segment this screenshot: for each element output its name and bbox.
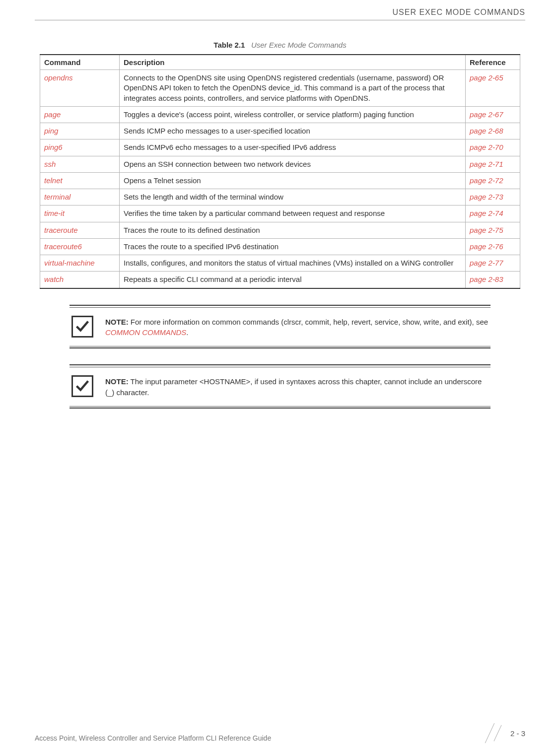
note-rule-top-thick [70, 305, 490, 306]
note-text-before: The input parameter <HOSTNAME>, if used … [105, 377, 482, 397]
cell-description: Toggles a device's (access point, wirele… [120, 106, 466, 123]
command-name[interactable]: ssh [44, 160, 56, 168]
note-content: NOTE: For more information on common com… [70, 308, 490, 346]
note-rule-bottom-thin [70, 346, 490, 346]
table-row: watchRepeats a specific CLI command at a… [40, 272, 520, 288]
cell-reference: page 2-73 [466, 189, 520, 205]
command-name[interactable]: watch [44, 275, 64, 283]
cell-command: terminal [40, 189, 120, 205]
command-name[interactable]: opendns [44, 73, 73, 82]
footer-diagonal-decor [477, 724, 506, 742]
note-text: NOTE: The input parameter <HOSTNAME>, if… [105, 375, 490, 398]
note-rule-top-thick [70, 364, 490, 365]
cell-reference: page 2-67 [466, 106, 520, 123]
command-name[interactable]: ping6 [44, 143, 63, 151]
note-rule-bottom-thin [70, 406, 490, 407]
reference-link[interactable]: page 2-72 [470, 176, 503, 185]
note-block: NOTE: The input parameter <HOSTNAME>, if… [70, 364, 490, 409]
reference-link[interactable]: page 2-65 [470, 73, 503, 82]
reference-link[interactable]: page 2-68 [470, 127, 503, 135]
footer-left-text: Access Point, Wireless Controller and Se… [35, 734, 271, 742]
cell-description: Sends ICMPv6 echo messages to a user-spe… [120, 139, 466, 156]
cell-description: Opens an SSH connection between two netw… [120, 156, 466, 172]
cell-description: Sets the length and width of the termina… [120, 189, 466, 205]
cell-reference: page 2-72 [466, 172, 520, 189]
content-block: Table 2.1 User Exec Mode Commands Comman… [40, 41, 520, 410]
cell-description: Traces the route to its defined destinat… [120, 222, 466, 238]
note-label: NOTE: [105, 318, 129, 326]
page-header: USER EXEC MODE COMMANDS [393, 8, 525, 17]
cell-reference: page 2-70 [466, 139, 520, 156]
cell-command: watch [40, 272, 120, 288]
header-title: USER EXEC MODE COMMANDS [393, 8, 525, 16]
page-number: 2 - 3 [510, 729, 525, 738]
table-row: ping6Sends ICMPv6 echo messages to a use… [40, 139, 520, 156]
table-header-row: Command Description Reference [40, 55, 520, 70]
reference-link[interactable]: page 2-73 [470, 193, 503, 201]
table-caption: Table 2.1 User Exec Mode Commands [40, 41, 520, 49]
cell-command: traceroute [40, 222, 120, 238]
table-row: time-itVerifies the time taken by a part… [40, 205, 520, 222]
caption-title: User Exec Mode Commands [251, 41, 347, 49]
command-name[interactable]: telnet [44, 176, 63, 185]
table-row: traceroute6Traces the route to a specifi… [40, 238, 520, 255]
reference-link[interactable]: page 2-77 [470, 259, 503, 267]
table-row: virtual-machineInstalls, configures, and… [40, 255, 520, 272]
cell-command: ping [40, 123, 120, 139]
command-name[interactable]: page [44, 110, 61, 119]
reference-link[interactable]: page 2-76 [470, 242, 503, 251]
page-footer: Access Point, Wireless Controller and Se… [35, 724, 525, 742]
checkmark-icon [71, 375, 93, 397]
cell-reference: page 2-77 [466, 255, 520, 272]
command-name[interactable]: ping [44, 127, 58, 135]
reference-link[interactable]: page 2-70 [470, 143, 503, 151]
th-reference: Reference [466, 55, 520, 70]
note-link[interactable]: COMMON COMMANDS [105, 328, 186, 337]
cell-reference: page 2-68 [466, 123, 520, 139]
reference-link[interactable]: page 2-74 [470, 209, 503, 217]
caption-number: Table 2.1 [213, 41, 245, 49]
checkmark-icon [71, 316, 93, 338]
reference-link[interactable]: page 2-83 [470, 275, 503, 283]
cell-command: traceroute6 [40, 238, 120, 255]
cell-description: Repeats a specific CLI command at a peri… [120, 272, 466, 288]
note-rule-bottom-thick [70, 408, 490, 409]
command-name[interactable]: virtual-machine [44, 259, 95, 267]
table-row: pingSends ICMP echo messages to a user-s… [40, 123, 520, 139]
cell-description: Opens a Telnet session [120, 172, 466, 189]
cell-command: ssh [40, 156, 120, 172]
note-text-after: . [186, 328, 188, 337]
cell-reference: page 2-76 [466, 238, 520, 255]
command-name[interactable]: traceroute [44, 226, 78, 234]
reference-link[interactable]: page 2-67 [470, 110, 503, 119]
table-row: pageToggles a device's (access point, wi… [40, 106, 520, 123]
command-name[interactable]: traceroute6 [44, 242, 82, 251]
table-row: telnetOpens a Telnet sessionpage 2-72 [40, 172, 520, 189]
cell-reference: page 2-65 [466, 70, 520, 107]
cell-command: virtual-machine [40, 255, 120, 272]
cell-description: Sends ICMP echo messages to a user-speci… [120, 123, 466, 139]
table-row: tracerouteTraces the route to its define… [40, 222, 520, 238]
note-text-before: For more information on common commands … [129, 318, 488, 326]
cell-description: Connects to the OpenDNS site using OpenD… [120, 70, 466, 107]
table-row: terminalSets the length and width of the… [40, 189, 520, 205]
command-name[interactable]: time-it [44, 209, 65, 217]
cell-reference: page 2-83 [466, 272, 520, 288]
note-text: NOTE: For more information on common com… [105, 316, 490, 339]
cell-command: time-it [40, 205, 120, 222]
cell-description: Installs, configures, and monitors the s… [120, 255, 466, 272]
cell-command: telnet [40, 172, 120, 189]
cell-description: Verifies the time taken by a particular … [120, 205, 466, 222]
cell-command: ping6 [40, 139, 120, 156]
table-row: sshOpens an SSH connection between two n… [40, 156, 520, 172]
commands-table: Command Description Reference opendnsCon… [40, 54, 520, 289]
command-name[interactable]: terminal [44, 193, 70, 201]
reference-link[interactable]: page 2-71 [470, 160, 503, 168]
note-rule-bottom-thick [70, 347, 490, 348]
footer-right: 2 - 3 [477, 724, 525, 742]
cell-command: page [40, 106, 120, 123]
reference-link[interactable]: page 2-75 [470, 226, 503, 234]
cell-command: opendns [40, 70, 120, 107]
cell-reference: page 2-75 [466, 222, 520, 238]
header-rule [35, 20, 525, 20]
